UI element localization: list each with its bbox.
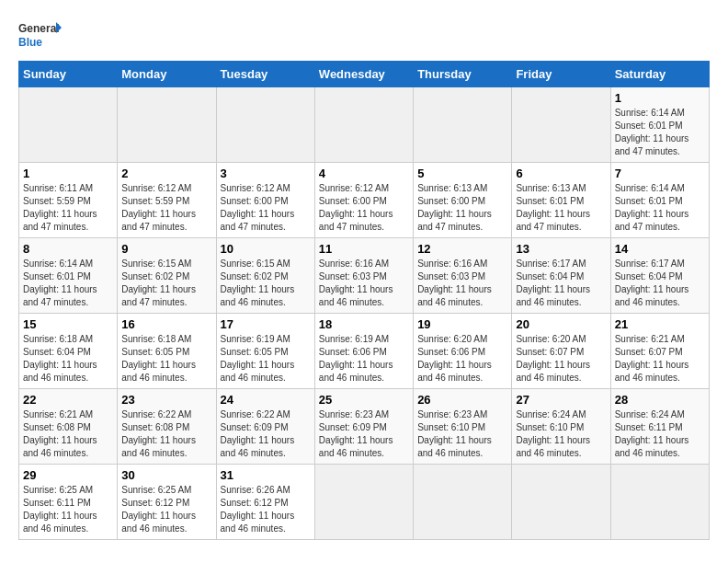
day-number: 15 <box>23 317 113 331</box>
day-number: 1 <box>23 167 113 180</box>
calendar-cell: 14Sunrise: 6:17 AMSunset: 6:04 PMDayligh… <box>610 238 709 314</box>
day-info: Sunrise: 6:18 AMSunset: 6:04 PMDaylight:… <box>23 333 113 385</box>
day-number: 9 <box>121 242 211 256</box>
col-header-tuesday: Tuesday <box>216 62 314 87</box>
calendar-cell: 15Sunrise: 6:18 AMSunset: 6:04 PMDayligh… <box>19 314 118 389</box>
day-info: Sunrise: 6:12 AMSunset: 6:00 PMDaylight:… <box>319 182 409 234</box>
day-number: 10 <box>221 242 311 256</box>
day-info: Sunrise: 6:15 AMSunset: 6:02 PMDaylight:… <box>221 258 311 309</box>
day-info: Sunrise: 6:26 AMSunset: 6:12 PMDaylight:… <box>221 484 311 535</box>
day-info: Sunrise: 6:16 AMSunset: 6:03 PMDaylight:… <box>319 258 409 309</box>
day-info: Sunrise: 6:19 AMSunset: 6:06 PMDaylight:… <box>319 333 409 385</box>
calendar-cell <box>118 87 216 163</box>
calendar-cell: 25Sunrise: 6:23 AMSunset: 6:09 PMDayligh… <box>314 389 413 465</box>
day-number: 19 <box>417 317 507 331</box>
calendar-cell <box>414 465 512 540</box>
day-info: Sunrise: 6:13 AMSunset: 6:00 PMDaylight:… <box>417 182 507 234</box>
day-info: Sunrise: 6:11 AMSunset: 5:59 PMDaylight:… <box>23 182 113 234</box>
calendar-cell <box>414 87 512 163</box>
svg-text:Blue: Blue <box>18 36 42 49</box>
day-info: Sunrise: 6:18 AMSunset: 6:05 PMDaylight:… <box>121 333 211 385</box>
calendar-cell: 17Sunrise: 6:19 AMSunset: 6:05 PMDayligh… <box>216 314 314 389</box>
day-info: Sunrise: 6:22 AMSunset: 6:09 PMDaylight:… <box>221 408 311 460</box>
day-number: 17 <box>221 317 311 331</box>
day-number: 4 <box>319 167 409 180</box>
calendar-cell: 22Sunrise: 6:21 AMSunset: 6:08 PMDayligh… <box>19 389 118 465</box>
calendar-header-row: SundayMondayTuesdayWednesdayThursdayFrid… <box>19 62 710 87</box>
day-info: Sunrise: 6:15 AMSunset: 6:02 PMDaylight:… <box>121 258 211 309</box>
logo-svg: General Blue <box>18 18 64 52</box>
day-info: Sunrise: 6:19 AMSunset: 6:05 PMDaylight:… <box>221 333 311 385</box>
day-number: 7 <box>615 167 705 180</box>
page-header: General Blue <box>18 18 710 52</box>
day-number: 30 <box>121 468 211 482</box>
day-number: 11 <box>319 242 409 256</box>
day-info: Sunrise: 6:20 AMSunset: 6:07 PMDaylight:… <box>516 333 606 385</box>
calendar-week-row: 8Sunrise: 6:14 AMSunset: 6:01 PMDaylight… <box>19 238 710 314</box>
calendar-cell: 10Sunrise: 6:15 AMSunset: 6:02 PMDayligh… <box>216 238 314 314</box>
day-info: Sunrise: 6:24 AMSunset: 6:11 PMDaylight:… <box>615 408 705 460</box>
calendar-cell: 13Sunrise: 6:17 AMSunset: 6:04 PMDayligh… <box>512 238 610 314</box>
calendar-cell: 5Sunrise: 6:13 AMSunset: 6:00 PMDaylight… <box>414 163 512 238</box>
calendar-cell: 18Sunrise: 6:19 AMSunset: 6:06 PMDayligh… <box>314 314 413 389</box>
calendar-cell: 24Sunrise: 6:22 AMSunset: 6:09 PMDayligh… <box>216 389 314 465</box>
day-number: 13 <box>516 242 606 256</box>
col-header-saturday: Saturday <box>610 62 709 87</box>
day-info: Sunrise: 6:12 AMSunset: 6:00 PMDaylight:… <box>221 182 311 234</box>
day-number: 8 <box>23 242 113 256</box>
calendar-week-row: 1Sunrise: 6:11 AMSunset: 5:59 PMDaylight… <box>19 163 710 238</box>
day-number: 6 <box>516 167 606 180</box>
calendar-cell: 12Sunrise: 6:16 AMSunset: 6:03 PMDayligh… <box>414 238 512 314</box>
day-info: Sunrise: 6:14 AMSunset: 6:01 PMDaylight:… <box>615 107 705 158</box>
calendar-cell <box>512 87 610 163</box>
calendar-week-row: 15Sunrise: 6:18 AMSunset: 6:04 PMDayligh… <box>19 314 710 389</box>
col-header-wednesday: Wednesday <box>314 62 413 87</box>
day-info: Sunrise: 6:13 AMSunset: 6:01 PMDaylight:… <box>516 182 606 234</box>
calendar-cell: 26Sunrise: 6:23 AMSunset: 6:10 PMDayligh… <box>414 389 512 465</box>
calendar-table: SundayMondayTuesdayWednesdayThursdayFrid… <box>18 61 710 540</box>
svg-text:General: General <box>18 22 60 35</box>
calendar-week-row: 1Sunrise: 6:14 AMSunset: 6:01 PMDaylight… <box>19 87 710 163</box>
day-number: 18 <box>319 317 409 331</box>
day-number: 26 <box>417 393 507 407</box>
calendar-cell: 3Sunrise: 6:12 AMSunset: 6:00 PMDaylight… <box>216 163 314 238</box>
calendar-cell: 6Sunrise: 6:13 AMSunset: 6:01 PMDaylight… <box>512 163 610 238</box>
day-number: 16 <box>121 317 211 331</box>
day-number: 22 <box>23 393 113 407</box>
day-info: Sunrise: 6:14 AMSunset: 6:01 PMDaylight:… <box>23 258 113 309</box>
day-info: Sunrise: 6:21 AMSunset: 6:08 PMDaylight:… <box>23 408 113 460</box>
day-number: 5 <box>417 167 507 180</box>
calendar-cell: 31Sunrise: 6:26 AMSunset: 6:12 PMDayligh… <box>216 465 314 540</box>
day-info: Sunrise: 6:12 AMSunset: 5:59 PMDaylight:… <box>121 182 211 234</box>
day-number: 29 <box>23 468 113 482</box>
calendar-cell: 11Sunrise: 6:16 AMSunset: 6:03 PMDayligh… <box>314 238 413 314</box>
day-info: Sunrise: 6:25 AMSunset: 6:12 PMDaylight:… <box>121 484 211 535</box>
day-info: Sunrise: 6:25 AMSunset: 6:11 PMDaylight:… <box>23 484 113 535</box>
calendar-cell: 21Sunrise: 6:21 AMSunset: 6:07 PMDayligh… <box>610 314 709 389</box>
calendar-week-row: 22Sunrise: 6:21 AMSunset: 6:08 PMDayligh… <box>19 389 710 465</box>
day-info: Sunrise: 6:23 AMSunset: 6:09 PMDaylight:… <box>319 408 409 460</box>
day-number: 27 <box>516 393 606 407</box>
day-number: 12 <box>417 242 507 256</box>
day-number: 1 <box>615 91 705 105</box>
day-number: 2 <box>121 167 211 180</box>
calendar-cell: 9Sunrise: 6:15 AMSunset: 6:02 PMDaylight… <box>118 238 216 314</box>
col-header-monday: Monday <box>118 62 216 87</box>
calendar-cell <box>512 465 610 540</box>
day-info: Sunrise: 6:21 AMSunset: 6:07 PMDaylight:… <box>615 333 705 385</box>
calendar-cell <box>610 465 709 540</box>
day-number: 25 <box>319 393 409 407</box>
day-info: Sunrise: 6:24 AMSunset: 6:10 PMDaylight:… <box>516 408 606 460</box>
calendar-cell: 28Sunrise: 6:24 AMSunset: 6:11 PMDayligh… <box>610 389 709 465</box>
calendar-cell: 1Sunrise: 6:14 AMSunset: 6:01 PMDaylight… <box>610 87 709 163</box>
day-info: Sunrise: 6:14 AMSunset: 6:01 PMDaylight:… <box>615 182 705 234</box>
day-info: Sunrise: 6:17 AMSunset: 6:04 PMDaylight:… <box>516 258 606 309</box>
calendar-cell: 16Sunrise: 6:18 AMSunset: 6:05 PMDayligh… <box>118 314 216 389</box>
calendar-cell: 30Sunrise: 6:25 AMSunset: 6:12 PMDayligh… <box>118 465 216 540</box>
day-number: 23 <box>121 393 211 407</box>
logo: General Blue <box>18 18 64 52</box>
calendar-cell <box>216 87 314 163</box>
day-number: 3 <box>221 167 311 180</box>
calendar-cell: 7Sunrise: 6:14 AMSunset: 6:01 PMDaylight… <box>610 163 709 238</box>
day-info: Sunrise: 6:16 AMSunset: 6:03 PMDaylight:… <box>417 258 507 309</box>
